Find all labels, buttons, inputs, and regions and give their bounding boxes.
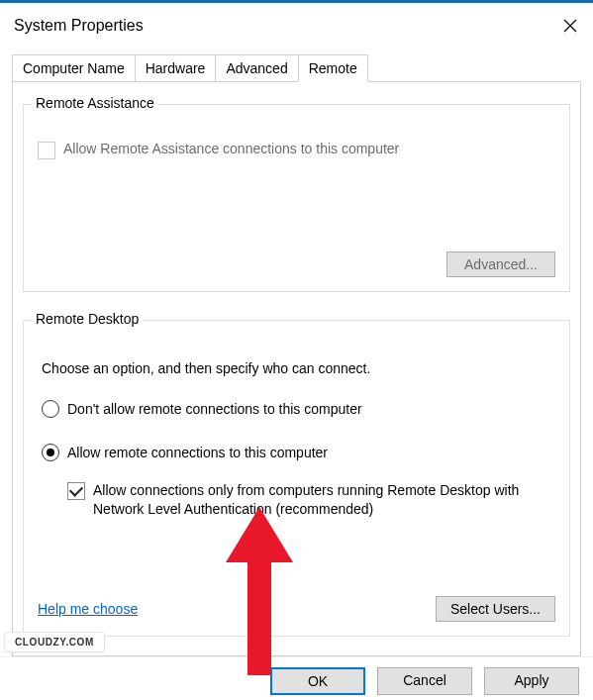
nla-checkbox[interactable]: [67, 482, 85, 500]
apply-button[interactable]: Apply: [484, 667, 579, 695]
nla-checkbox-row[interactable]: Allow connections only from computers ru…: [67, 481, 555, 519]
tab-remote[interactable]: Remote: [298, 54, 368, 82]
select-users-button[interactable]: Select Users...: [436, 596, 555, 622]
titlebar: System Properties: [0, 3, 593, 50]
help-me-choose-link[interactable]: Help me choose: [38, 601, 138, 617]
remote-desktop-title: Remote Desktop: [32, 311, 143, 327]
close-button[interactable]: [547, 11, 593, 41]
remote-assistance-advanced-button: Advanced...: [446, 251, 555, 277]
close-icon: [563, 19, 577, 33]
cancel-button[interactable]: Cancel: [377, 667, 472, 695]
remote-desktop-group: Remote Desktop Choose an option, and the…: [23, 320, 570, 637]
remote-assistance-group: Remote Assistance Allow Remote Assistanc…: [23, 104, 570, 292]
remote-tab-panel: Remote Assistance Allow Remote Assistanc…: [12, 82, 581, 656]
remote-assistance-title: Remote Assistance: [32, 95, 158, 111]
ok-button[interactable]: OK: [270, 667, 365, 695]
radio-deny-icon: [42, 400, 59, 418]
tab-hardware[interactable]: Hardware: [135, 54, 217, 81]
system-properties-window: System Properties Computer Name Hardware…: [0, 0, 593, 700]
remote-desktop-bottom-row: Help me choose Select Users...: [38, 596, 555, 622]
tab-advanced[interactable]: Advanced: [215, 54, 298, 81]
allow-remote-assistance-checkbox[interactable]: [38, 142, 55, 159]
allow-remote-assistance-row[interactable]: Allow Remote Assistance connections to t…: [38, 141, 555, 159]
tab-strip: Computer Name Hardware Advanced Remote: [12, 54, 581, 82]
content-area: Computer Name Hardware Advanced Remote R…: [0, 50, 593, 656]
tab-computer-name[interactable]: Computer Name: [12, 54, 136, 81]
source-badge: CLOUDZY.COM: [4, 632, 105, 652]
radio-allow-label: Allow remote connections to this compute…: [67, 445, 328, 460]
dialog-footer: OK Cancel Apply: [0, 656, 593, 700]
window-title: System Properties: [14, 17, 144, 35]
remote-desktop-instruction: Choose an option, and then specify who c…: [42, 360, 555, 376]
allow-remote-assistance-label: Allow Remote Assistance connections to t…: [63, 141, 399, 156]
radio-deny-label: Don't allow remote connections to this c…: [67, 401, 362, 417]
radio-deny-remote[interactable]: Don't allow remote connections to this c…: [42, 400, 555, 418]
radio-allow-icon: [42, 444, 59, 461]
nla-label: Allow connections only from computers ru…: [93, 481, 555, 519]
radio-allow-remote[interactable]: Allow remote connections to this compute…: [42, 444, 555, 461]
